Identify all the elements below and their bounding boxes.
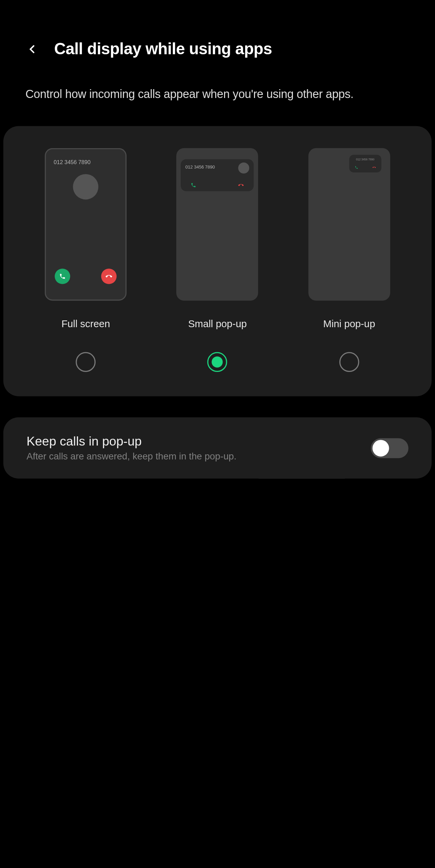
option-label-mini: Mini pop-up <box>323 319 375 330</box>
keep-in-popup-setting: Keep calls in pop-up After calls are ans… <box>3 417 432 479</box>
page-title: Call display while using apps <box>54 40 272 58</box>
setting-title: Keep calls in pop-up <box>26 434 371 449</box>
avatar-icon <box>238 163 250 174</box>
display-options-card: 012 3456 7890 Full screen <box>3 126 432 396</box>
preview-phone-number: 012 3456 7890 <box>185 165 215 170</box>
answer-call-icon <box>191 183 196 188</box>
preview-full-screen: 012 3456 7890 <box>45 148 126 301</box>
avatar-icon <box>73 174 98 200</box>
header: Call display while using apps <box>0 0 435 69</box>
answer-call-icon <box>355 166 358 170</box>
option-full-screen[interactable]: 012 3456 7890 Full screen <box>20 148 152 372</box>
option-label-small: Small pop-up <box>188 319 247 330</box>
preview-phone-number: 012 3456 7890 <box>52 159 120 165</box>
preview-small-popup: 012 3456 7890 <box>177 148 258 301</box>
radio-mini-popup[interactable] <box>339 352 359 372</box>
decline-call-icon <box>372 166 376 170</box>
preview-mini-popup: 012 3456 7890 <box>308 148 390 301</box>
answer-call-icon <box>55 269 71 284</box>
option-mini-popup[interactable]: 012 3456 7890 Mini pop-up <box>283 148 415 372</box>
keep-in-popup-toggle[interactable] <box>371 438 409 458</box>
back-icon[interactable] <box>25 42 39 56</box>
toggle-knob <box>373 440 389 456</box>
preview-phone-number: 012 3456 7890 <box>349 158 381 161</box>
radio-full-screen[interactable] <box>76 352 96 372</box>
option-small-popup[interactable]: 012 3456 7890 Small pop-up <box>152 148 283 372</box>
radio-small-popup[interactable] <box>207 352 228 372</box>
page-description: Control how incoming calls appear when y… <box>0 69 435 113</box>
decline-call-icon <box>101 269 117 284</box>
option-label-full: Full screen <box>61 319 110 330</box>
setting-subtitle: After calls are answered, keep them in t… <box>26 451 371 462</box>
decline-call-icon <box>238 183 244 188</box>
